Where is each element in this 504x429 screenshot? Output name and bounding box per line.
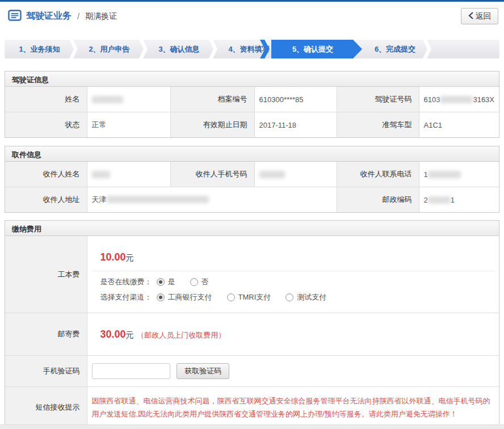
file-number-label: 档案编号 bbox=[170, 87, 254, 112]
table-row: 手机验证码 获取验证码 bbox=[5, 356, 499, 387]
recipient-name-value bbox=[87, 162, 170, 187]
recipient-mobile-label: 收件人手机号码 bbox=[170, 162, 254, 187]
page-header: 驾驶证业务 / 期满换证 返回 bbox=[0, 2, 504, 31]
table-row: 收件人姓名 收件人手机号码 收件人联系电话 1 bbox=[5, 162, 499, 187]
postage-fee-amount-line: 30.00元 （邮政人员上门收取费用） bbox=[92, 321, 496, 348]
captcha-cell: 获取验证码 bbox=[87, 356, 499, 387]
status-value: 正常 bbox=[87, 112, 170, 138]
step-6-complete-submit[interactable]: 6、完成提交 bbox=[362, 40, 428, 58]
redacted-text bbox=[259, 171, 285, 178]
online-payment-no-option[interactable]: 否 bbox=[190, 277, 209, 287]
channel-test-label: 测试支付 bbox=[297, 292, 326, 302]
step-1-business-notice[interactable]: 1、业务须知 bbox=[5, 40, 74, 58]
production-fee-label: 工本费 bbox=[5, 236, 87, 313]
table-row: 状态 正常 有效期止日期 2017-11-18 准驾车型 A1C1 bbox=[5, 112, 499, 138]
license-number-value: 61033163X bbox=[419, 87, 499, 112]
channel-icbc-option[interactable]: 工商银行支付 bbox=[157, 292, 212, 302]
pickup-panel-title: 取件信息 bbox=[5, 146, 499, 162]
channel-tmri-label: TMRI支付 bbox=[238, 292, 271, 302]
recipient-address-label: 收件人地址 bbox=[5, 187, 87, 213]
name-value bbox=[87, 87, 170, 112]
license-info-table: 姓名 档案编号 610300****85 驾驶证号码 61033163X 状态 … bbox=[5, 87, 499, 137]
payment-channel-row: 选择支付渠道： 工商银行支付 TMRI支付 测试支付 bbox=[92, 290, 496, 305]
page-title: 驾驶证业务 bbox=[26, 10, 72, 22]
radio-checked-icon[interactable] bbox=[157, 293, 165, 301]
table-row: 短信接收提示 因陕西省联通、电信运营商技术问题，陕西省互联网交通安全综合服务管理… bbox=[5, 387, 499, 428]
sms-notice-cell: 因陕西省联通、电信运营商技术问题，陕西省互联网交通安全综合服务管理平台无法向持陕… bbox=[87, 387, 499, 428]
production-fee-amount-line: 10.00元 bbox=[92, 243, 496, 265]
divider bbox=[92, 271, 496, 271]
radio-unchecked-icon[interactable] bbox=[285, 293, 293, 301]
online-payment-yes-option[interactable]: 是 bbox=[157, 277, 175, 287]
production-fee-cell: 10.00元 是否在线缴费： 是 否 选择支付渠道： bbox=[87, 236, 499, 313]
sms-notice-text: 因陕西省联通、电信运营商技术问题，陕西省互联网交通安全综合服务管理平台无法向持陕… bbox=[92, 394, 496, 420]
production-fee-unit: 元 bbox=[126, 253, 134, 262]
table-row: 收件人地址 天津 邮政编码 21 bbox=[5, 187, 499, 213]
step-wizard-bar: 1、业务须知 2、用户申告 3、确认信息 4、资料填写 5、确认提交 6、完成提… bbox=[5, 40, 499, 58]
recipient-phone-value: 1 bbox=[419, 162, 499, 187]
online-payment-label: 是否在线缴费： bbox=[100, 277, 152, 287]
postage-fee-cell: 30.00元 （邮政人员上门收取费用） bbox=[87, 313, 499, 356]
file-number-value: 610300****85 bbox=[254, 87, 337, 112]
radio-checked-icon[interactable] bbox=[157, 278, 165, 286]
expiry-date-value: 2017-11-18 bbox=[254, 112, 337, 138]
steps-filler bbox=[428, 40, 499, 58]
redacted-text bbox=[107, 196, 209, 203]
page-subtitle: 期满换证 bbox=[85, 11, 117, 22]
expiry-date-label: 有效期止日期 bbox=[170, 112, 254, 138]
table-row: 邮寄费 30.00元 （邮政人员上门收取费用） bbox=[5, 313, 499, 356]
step-3-confirm-info[interactable]: 3、确认信息 bbox=[144, 40, 214, 58]
recipient-mobile-value bbox=[254, 162, 337, 187]
license-info-panel: 驾驶证信息 姓名 档案编号 610300****85 驾驶证号码 6103316… bbox=[5, 71, 499, 138]
radio-unchecked-icon[interactable] bbox=[227, 293, 235, 301]
back-button[interactable]: 返回 bbox=[461, 8, 498, 24]
status-label: 状态 bbox=[5, 112, 87, 138]
channel-tmri-option[interactable]: TMRI支付 bbox=[227, 292, 271, 302]
pickup-info-table: 收件人姓名 收件人手机号码 收件人联系电话 1 收件人地址 天津 邮政编码 21 bbox=[5, 162, 499, 212]
fees-panel-title: 缴纳费用 bbox=[5, 221, 499, 236]
back-button-label: 返回 bbox=[476, 11, 492, 22]
breadcrumb-separator: / bbox=[76, 11, 81, 21]
channel-test-option[interactable]: 测试支付 bbox=[285, 292, 326, 302]
step-5-confirm-submit-active[interactable]: 5、确认提交 bbox=[271, 40, 362, 58]
vehicle-class-value: A1C1 bbox=[419, 112, 499, 138]
redacted-text bbox=[428, 196, 451, 204]
production-fee-amount: 10.00 bbox=[100, 251, 126, 263]
fees-table: 工本费 10.00元 是否在线缴费： 是 否 bbox=[5, 236, 499, 428]
bottom-strip bbox=[0, 424, 504, 429]
online-payment-yes-label: 是 bbox=[168, 277, 175, 287]
vehicle-class-label: 准驾车型 bbox=[337, 112, 419, 138]
postage-fee-amount: 30.00 bbox=[100, 329, 126, 340]
step-2-user-declaration[interactable]: 2、用户申告 bbox=[74, 40, 144, 58]
sms-notice-label: 短信接收提示 bbox=[5, 387, 87, 428]
postcode-value: 21 bbox=[419, 187, 499, 213]
captcha-label: 手机验证码 bbox=[5, 356, 87, 387]
postcode-label: 邮政编码 bbox=[337, 187, 419, 213]
get-captcha-button[interactable]: 获取验证码 bbox=[177, 363, 229, 379]
fees-panel: 缴纳费用 工本费 10.00元 是否在线缴费： 是 否 bbox=[5, 220, 499, 428]
license-number-label: 驾驶证号码 bbox=[337, 87, 419, 112]
redacted-text bbox=[440, 96, 473, 103]
payment-channel-label: 选择支付渠道： bbox=[100, 292, 152, 302]
channel-icbc-label: 工商银行支付 bbox=[168, 292, 212, 302]
redacted-text bbox=[428, 171, 461, 178]
redacted-text bbox=[92, 171, 110, 178]
table-row: 工本费 10.00元 是否在线缴费： 是 否 bbox=[5, 236, 499, 313]
recipient-name-label: 收件人姓名 bbox=[5, 162, 87, 187]
table-row: 姓名 档案编号 610300****85 驾驶证号码 61033163X bbox=[5, 87, 499, 112]
chevron-left-icon bbox=[468, 12, 473, 21]
postage-fee-note: （邮政人员上门收取费用） bbox=[137, 331, 225, 339]
redacted-text bbox=[92, 96, 123, 103]
license-panel-title: 驾驶证信息 bbox=[5, 72, 499, 87]
captcha-input[interactable] bbox=[92, 363, 170, 379]
postage-fee-unit: 元 bbox=[126, 330, 134, 339]
document-list-icon bbox=[8, 10, 22, 23]
pickup-info-panel: 取件信息 收件人姓名 收件人手机号码 收件人联系电话 1 收件人地址 天津 邮政… bbox=[5, 146, 499, 213]
recipient-phone-label: 收件人联系电话 bbox=[337, 162, 419, 187]
online-payment-row: 是否在线缴费： 是 否 bbox=[92, 275, 496, 290]
postage-fee-label: 邮寄费 bbox=[5, 313, 87, 356]
online-payment-no-label: 否 bbox=[201, 277, 209, 287]
name-label: 姓名 bbox=[5, 87, 87, 112]
radio-unchecked-icon[interactable] bbox=[190, 278, 198, 286]
recipient-address-value: 天津 bbox=[87, 187, 337, 213]
